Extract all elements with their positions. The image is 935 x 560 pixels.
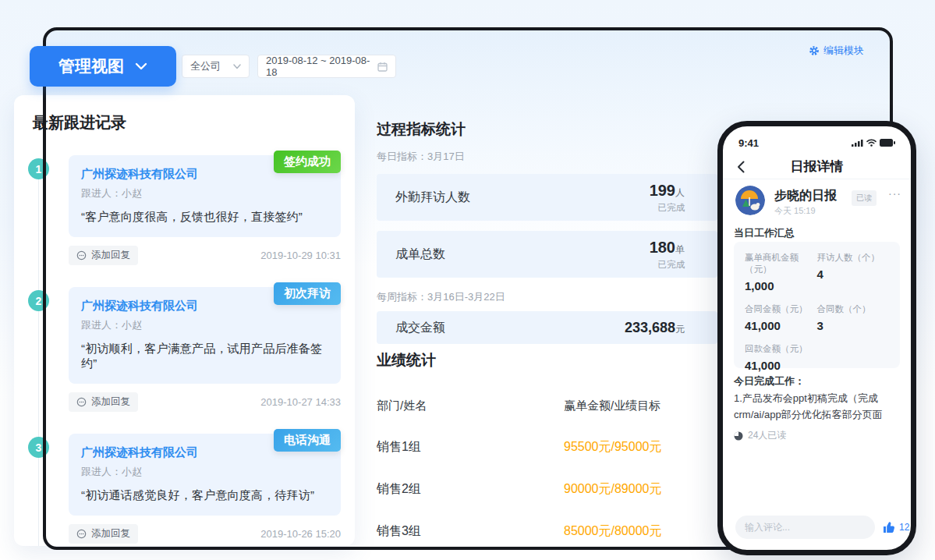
management-view-button[interactable]: 管理视图 [30,46,176,87]
completed-work-label: 今日完成工作： [734,374,805,388]
follow-up-item: 1 签约成功 广州探迹科技有限公司 跟进人：小赵 “客户意向度很高，反馈也很好，… [28,155,341,265]
item-number-badge: 2 [28,290,49,311]
stat-unit: 人 [675,187,685,198]
stat-unit: 单 [675,244,685,255]
metric-value: 41,000 [745,359,817,372]
add-reply-button[interactable]: 添加回复 [69,524,138,544]
chevron-down-icon [135,62,147,70]
follow-up-timestamp: 2019-10-26 15:20 [260,528,341,540]
stat-status: 已完成 [650,259,685,271]
metric-value: 4 [817,268,890,281]
more-options-button[interactable]: ··· [888,187,901,200]
edit-module-label: 编辑模块 [823,44,864,58]
add-reply-button[interactable]: 添加回复 [69,392,138,412]
comment-bubble-icon [76,397,87,407]
page: 管理视图 全公司 2019-08-12 ~ 2019-08-18 编辑模块 最新… [0,0,935,560]
phone-status-bar: 9:41 [723,136,911,150]
report-timestamp: 今天 15:19 [774,205,816,217]
read-count-row: 24人已读 [734,429,786,442]
metric-label: 回款金额（元） [745,343,817,355]
follow-up-quote: “客户意向度很高，反馈也很好，直接签约” [81,210,328,225]
comment-bar: 12 [723,516,911,539]
follow-up-panel: 最新跟进记录 1 签约成功 广州探迹科技有限公司 跟进人：小赵 “客户意向度很高… [14,95,355,546]
company-filter-select[interactable]: 全公司 [182,55,250,78]
metric-value: 3 [817,319,890,332]
performance-col1-header: 部门/姓名 [377,399,564,413]
metric-label: 赢单商机金额（元） [745,252,817,275]
performance-title: 业绩统计 [377,350,717,370]
team-name: 销售3组 [377,523,564,540]
report-header: 步晓的日报 今天 15:19 已读 ··· [735,186,901,217]
comment-input[interactable] [735,516,875,539]
stat-row: 成单总数 180单 已完成 [377,231,717,278]
stat-label: 成单总数 [395,246,445,263]
signal-icon [852,139,863,147]
like-count: 12 [899,522,909,533]
team-performance-value: 85000元/80000元 [564,523,717,540]
performance-header-row: 部门/姓名 赢单金额/业绩目标 [377,399,717,413]
add-reply-label: 添加回复 [91,395,130,409]
metric-cell: 赢单商机金额（元） 1,000 [745,252,817,292]
like-button[interactable]: 12 [883,521,909,533]
follow-up-quote: “初访通话感觉良好，客户意向度高，待拜访” [81,488,328,503]
follower-label: 跟进人：小赵 [81,318,328,332]
read-count-label: 24人已读 [748,429,786,442]
metric-cell: 拜访人数（个） 4 [817,252,890,292]
add-reply-label: 添加回复 [91,249,130,262]
item-number-badge: 3 [28,437,49,458]
weekly-indicator-label: 每周指标：3月16日-3月22日 [377,290,717,304]
avatar [735,186,765,215]
follow-up-item: 3 电话沟通 广州探迹科技有限公司 跟进人：小赵 “初访通话感觉良好，客户意向度… [28,434,341,544]
report-title: 步晓的日报 [774,188,837,204]
follow-up-title: 最新跟进记录 [33,112,341,133]
metric-value: 1,000 [745,279,817,292]
metric-label: 拜访人数（个） [817,252,890,264]
metrics-card: 赢单商机金额（元） 1,000 拜访人数（个） 4 合同金额（元） 41,000… [734,242,900,368]
phone-nav-bar: 日报详情 [723,154,911,179]
daily-indicator-label: 每日指标：3月17日 [377,150,717,164]
stat-value: 233,688 [625,320,675,335]
table-row: 销售2组 90000元/89000元 [377,481,717,498]
stat-label: 外勤拜访人数 [395,190,470,206]
follow-up-item: 2 初次拜访 广州探迹科技有限公司 跟进人：小赵 “初访顺利，客户满意产品，试用… [28,287,341,412]
item-number-badge: 1 [28,158,49,179]
gear-icon [809,45,820,56]
phone-page-title: 日报详情 [791,158,844,175]
team-name: 销售1组 [377,439,564,455]
date-range-value: 2019-08-12 ~ 2019-08-18 [266,55,371,78]
performance-col2-header: 赢单金额/业绩目标 [564,399,717,413]
stat-row: 成交金额 233,688元 [377,311,717,344]
table-row: 销售3组 85000元/80000元 [377,523,717,540]
team-name: 销售2组 [377,481,564,498]
thumbs-up-icon [883,521,896,533]
add-reply-button[interactable]: 添加回复 [69,246,138,265]
edit-module-button[interactable]: 编辑模块 [809,44,864,58]
battery-icon [880,139,895,147]
date-range-picker[interactable]: 2019-08-12 ~ 2019-08-18 [257,55,396,78]
phone-mockup: 9:41 日报详情 步晓的日报 [717,121,916,555]
calendar-icon [377,62,388,72]
comment-bubble-icon [76,250,87,261]
follower-label: 跟进人：小赵 [81,186,328,200]
team-performance-value: 95500元/95000元 [564,439,717,455]
stat-value: 180 [650,239,675,256]
stat-unit: 元 [675,324,685,335]
process-stats-section: 过程指标统计 每日指标：3月17日 外勤拜访人数 199人 已完成 成单总数 1… [377,113,717,540]
back-button[interactable] [737,161,745,173]
process-stats-title: 过程指标统计 [377,119,717,140]
status-badge: 初次拜访 [274,282,341,305]
summary-label: 当日工作汇总 [734,226,795,240]
wifi-icon [866,139,877,147]
add-reply-label: 添加回复 [91,527,130,541]
read-status-badge: 已读 [852,190,877,206]
follow-up-timestamp: 2019-10-29 10:31 [260,250,341,261]
follow-up-quote: “初访顺利，客户满意产品，试用产品后准备签约” [81,342,328,371]
stat-label: 成交金额 [395,320,445,336]
comment-bubble-icon [76,529,87,539]
follower-label: 跟进人：小赵 [81,465,328,479]
team-performance-value: 90000元/89000元 [564,481,717,498]
status-badge: 签约成功 [274,151,341,173]
metric-value: 41,000 [745,319,817,332]
management-view-label: 管理视图 [58,55,124,77]
table-row: 销售1组 95500元/95000元 [377,439,717,455]
